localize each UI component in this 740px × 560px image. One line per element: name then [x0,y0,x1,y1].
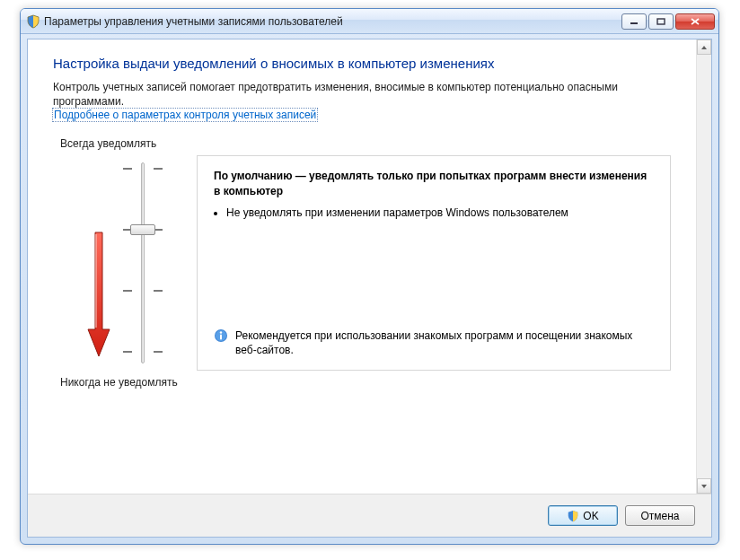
shield-icon [567,510,579,522]
page-heading: Настройка выдачи уведомлений о вносимых … [53,56,671,71]
ok-button-label: OK [583,510,598,522]
slider-tick [154,168,163,170]
titlebar[interactable]: Параметры управления учетными записями п… [21,9,718,34]
intro-text: Контроль учетных записей помогает предот… [53,80,671,109]
window-controls [621,13,715,30]
scroll-down-button[interactable] [697,478,711,494]
minimize-icon [630,18,639,25]
uac-slider-track[interactable] [141,162,145,363]
info-icon [214,328,228,343]
uac-slider-thumb[interactable] [130,224,155,235]
minimize-button[interactable] [621,13,647,30]
description-title: По умолчанию — уведомлять только при поп… [214,169,654,197]
slider-top-label: Всегда уведомлять [60,137,671,150]
slider-tick [123,168,132,170]
close-icon [690,17,700,26]
shield-icon [26,14,40,29]
window-title: Параметры управления учетными записями п… [44,15,621,28]
svg-rect-0 [630,22,638,24]
arrow-down-icon [85,231,112,365]
description-box: По умолчанию — уведомлять только при поп… [197,155,671,371]
vertical-scrollbar[interactable] [696,39,711,494]
slider-tick [123,290,132,292]
description-list: Не уведомлять при изменении параметров W… [226,206,654,220]
slider-tick [123,351,132,353]
cancel-button[interactable]: Отмена [625,505,695,526]
slider-tick [154,290,163,292]
svg-rect-1 [657,19,665,24]
slider-bottom-label: Никогда не уведомлять [60,376,671,389]
learn-more-link[interactable]: Подробнее о параметрах контроля учетных … [53,109,317,121]
recommendation-row: Рекомендуется при использовании знакомых… [214,328,654,357]
client-area: Настройка выдачи уведомлений о вносимых … [27,39,712,538]
scroll-up-button[interactable] [697,39,711,55]
svg-rect-7 [220,335,222,340]
maximize-icon [656,18,665,25]
svg-point-6 [220,331,222,333]
chevron-up-icon [700,45,708,50]
close-button[interactable] [675,13,715,30]
uac-settings-window: Параметры управления учетными записями п… [20,8,719,545]
ok-button[interactable]: OK [548,505,618,526]
maximize-button[interactable] [648,13,674,30]
dialog-footer: OK Отмена [28,494,711,537]
content-pane: Настройка выдачи уведомлений о вносимых … [28,39,696,494]
recommendation-text: Рекомендуется при использовании знакомых… [235,328,654,357]
slider-column [53,155,197,371]
slider-tick [154,351,163,353]
description-item: Не уведомлять при изменении параметров W… [226,206,654,220]
cancel-button-label: Отмена [640,510,679,522]
chevron-down-icon [700,484,708,489]
